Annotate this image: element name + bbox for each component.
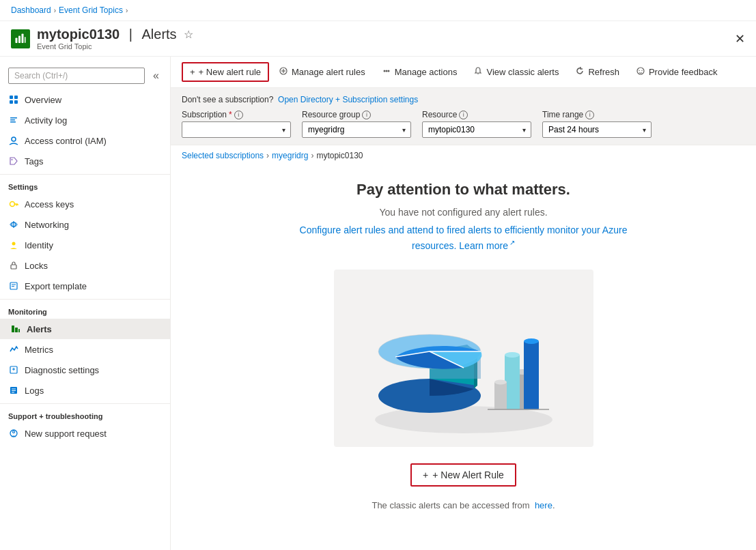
plus-icon: +	[190, 67, 195, 77]
refresh-button[interactable]: Refresh	[568, 63, 626, 81]
sidebar-item-identity[interactable]: Identity	[0, 235, 170, 255]
manage-actions-label: Manage actions	[395, 67, 458, 77]
svg-point-59	[524, 338, 539, 344]
sidebar-item-alerts[interactable]: Alerts	[0, 319, 170, 339]
new-alert-rule-button[interactable]: + + New alert rule	[182, 62, 269, 82]
svg-rect-7	[14, 100, 18, 104]
trail-sep-2: ›	[311, 151, 313, 160]
time-range-select[interactable]: Past 24 hoursPast 48 hoursPast weekPast …	[542, 121, 652, 138]
sidebar-item-overview[interactable]: Overview	[0, 89, 170, 110]
learn-more-link[interactable]: Learn more	[459, 240, 515, 251]
sidebar-item-iam[interactable]: Access control (IAM)	[0, 130, 170, 151]
breadcrumb-chevron-1: ›	[54, 7, 56, 14]
feedback-button[interactable]: Provide feedback	[629, 63, 724, 81]
view-classic-button[interactable]: View classic alerts	[466, 63, 565, 81]
sidebar-item-label: Metrics	[25, 345, 53, 355]
sidebar-item-label: Export template	[25, 281, 87, 291]
main-content: + + New alert rule Manage alert rules Ma…	[171, 57, 756, 550]
breadcrumb-dashboard[interactable]: Dashboard	[11, 5, 51, 15]
svg-point-47	[375, 406, 552, 433]
manage-alert-rules-button[interactable]: Manage alert rules	[272, 63, 372, 81]
refresh-icon	[575, 66, 585, 78]
sidebar-item-activity-log[interactable]: Activity log	[0, 110, 170, 130]
feedback-icon	[636, 66, 645, 78]
sidebar-item-logs[interactable]: Logs	[0, 380, 170, 401]
sidebar-item-label: Identity	[25, 240, 53, 250]
svg-point-41	[385, 70, 387, 72]
toolbar: + + New alert rule Manage alert rules Ma…	[171, 57, 756, 88]
svg-point-11	[12, 137, 16, 141]
trail-rg[interactable]: myegridrg	[272, 151, 308, 160]
resource-info-icon[interactable]: i	[459, 111, 468, 119]
iam-icon	[8, 135, 19, 146]
filter-bar: Don't see a subscription? Open Directory…	[171, 88, 756, 145]
empty-title: Pay attention to what matters.	[356, 181, 570, 199]
subscription-label: Subscription * i	[182, 110, 291, 119]
sidebar-item-label: Networking	[25, 220, 69, 230]
sidebar-item-label: Overview	[25, 95, 61, 105]
sidebar-item-label: Access keys	[25, 199, 74, 209]
search-input[interactable]	[8, 68, 145, 84]
breadcrumb-event-grid-topics[interactable]: Event Grid Topics	[59, 5, 123, 15]
rg-info-icon[interactable]: i	[362, 111, 371, 119]
sidebar-item-access-keys[interactable]: Access keys	[0, 194, 170, 214]
resource-group-select[interactable]: myegridrg	[302, 121, 411, 138]
sidebar-item-diagnostic[interactable]: Diagnostic settings	[0, 360, 170, 380]
view-classic-label: View classic alerts	[486, 67, 559, 77]
subscription-info-icon[interactable]: i	[234, 111, 243, 119]
svg-point-13	[10, 202, 15, 207]
activity-icon	[8, 115, 19, 126]
trail-subscriptions[interactable]: Selected subscriptions	[182, 151, 264, 160]
manage-actions-button[interactable]: Manage actions	[375, 63, 464, 81]
svg-rect-9	[10, 119, 15, 121]
directory-settings-link[interactable]: Open Directory + Subscription settings	[278, 95, 418, 104]
svg-rect-1	[18, 35, 20, 43]
svg-rect-2	[22, 33, 24, 43]
sidebar-item-export-template[interactable]: Export template	[0, 276, 170, 296]
close-button[interactable]: ✕	[735, 31, 745, 46]
resource-select[interactable]: mytopic0130	[422, 121, 531, 138]
support-icon	[8, 428, 19, 439]
resource-group-label: Resource group i	[302, 110, 411, 119]
key-icon	[8, 199, 19, 209]
time-range-filter: Time range i Past 24 hoursPast 48 hoursP…	[542, 110, 652, 138]
diagnostic-icon	[8, 364, 19, 375]
bottom-plus-icon: +	[423, 469, 428, 480]
sidebar-collapse-button[interactable]: «	[148, 67, 165, 85]
subscription-select-wrapper	[182, 121, 291, 138]
network-icon	[8, 219, 19, 230]
export-icon	[8, 280, 19, 291]
page-header: mytopic0130 | Alerts ☆ Event Grid Topic …	[0, 21, 756, 57]
subscription-select[interactable]	[182, 121, 291, 138]
sidebar-item-locks[interactable]: Locks	[0, 255, 170, 276]
overview-icon	[8, 94, 19, 105]
alerts-icon	[10, 323, 21, 334]
manage-alert-rules-label: Manage alert rules	[292, 67, 365, 77]
sidebar-item-networking[interactable]: Networking	[0, 214, 170, 235]
identity-icon	[8, 240, 19, 250]
svg-rect-10	[10, 121, 16, 123]
svg-point-61	[494, 379, 507, 384]
time-info-icon[interactable]: i	[585, 111, 594, 119]
header-separator: |	[125, 27, 136, 42]
tags-icon	[8, 156, 19, 167]
pin-icon[interactable]: ☆	[184, 28, 193, 41]
sidebar-item-support-request[interactable]: New support request	[0, 423, 170, 444]
resource-select-wrapper: mytopic0130	[422, 121, 531, 138]
breadcrumb-chevron-2: ›	[126, 7, 128, 14]
svg-point-12	[12, 159, 13, 160]
sidebar-item-metrics[interactable]: Metrics	[0, 339, 170, 360]
sidebar-item-tags[interactable]: Tags	[0, 151, 170, 171]
filter-notice: Don't see a subscription? Open Directory…	[182, 95, 745, 104]
svg-rect-27	[18, 329, 20, 332]
section-monitoring: Monitoring	[0, 299, 170, 319]
sidebar-item-label: Access control (IAM)	[25, 136, 107, 146]
bottom-new-alert-rule-button[interactable]: + + New Alert Rule	[410, 463, 516, 487]
resource-filter: Resource i mytopic0130	[422, 110, 531, 138]
resource-label: Resource i	[422, 110, 531, 119]
svg-rect-6	[10, 100, 13, 104]
classic-here-link[interactable]: here	[535, 500, 552, 510]
feedback-label: Provide feedback	[649, 67, 717, 77]
trail-sep-1: ›	[266, 151, 269, 160]
sidebar-item-label: Alerts	[27, 324, 52, 334]
